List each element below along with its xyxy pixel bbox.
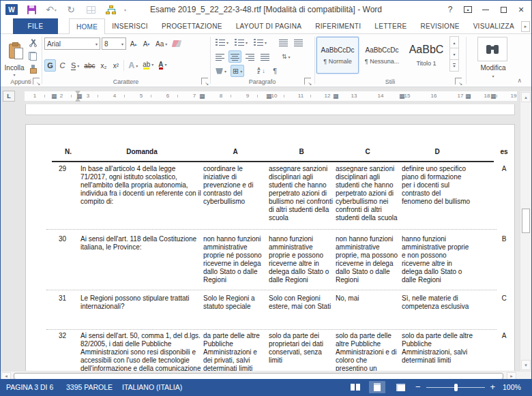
scroll-down-button[interactable]: ▾ — [521, 360, 531, 370]
table-column-marker-icon[interactable]: ▦ — [199, 93, 205, 100]
cell-answer-c[interactable]: assegnare sanzioni disciplinari agli stu… — [336, 165, 400, 222]
word-logo-icon[interactable]: W — [5, 3, 18, 16]
superscript-button[interactable]: x² — [110, 59, 121, 72]
line-spacing-button[interactable]: ⇅ — [280, 50, 293, 63]
copy-button[interactable] — [27, 50, 39, 61]
tab-inserisci[interactable]: INSERISCI — [105, 18, 155, 34]
cell-answer-d[interactable]: solo da parte delle altre Pubbliche Ammi… — [402, 332, 473, 365]
cell-question[interactable]: Ai sensi dell'art. 118 della Costituzion… — [80, 235, 203, 252]
table-column-marker-icon[interactable]: ▦ — [266, 93, 272, 100]
style-nessuna-spaziatura[interactable]: AaBbCcDc ¶ Nessuna... — [361, 37, 403, 74]
tab-stop-selector[interactable]: L — [3, 91, 15, 102]
grow-font-button[interactable]: A▴ — [128, 37, 139, 50]
org-chart-button[interactable] — [104, 3, 117, 16]
cell-answer-a[interactable]: non hanno funzioni amministrative propri… — [203, 235, 267, 284]
header-es[interactable]: es — [495, 148, 513, 156]
table-column-marker-icon[interactable]: ▦ — [490, 93, 497, 100]
change-case-button[interactable]: Aa — [153, 37, 169, 50]
clear-formatting-button[interactable] — [171, 37, 183, 50]
web-layout-button[interactable] — [392, 381, 409, 393]
header-b[interactable]: B — [269, 148, 334, 156]
redo-button[interactable]: ↻ — [64, 3, 78, 16]
font-name-combo[interactable]: Arial▾ — [44, 37, 100, 50]
cell-answer-a[interactable]: coordinare le iniziative di prevenzione … — [203, 165, 267, 206]
vertical-scrollbar[interactable]: ▴ ▾ — [520, 91, 531, 371]
word-count[interactable]: 3395 PAROLE — [66, 379, 113, 395]
sort-button[interactable]: AZ↓ — [255, 65, 267, 77]
vertical-scroll-thumb[interactable] — [522, 209, 530, 233]
table-column-marker-icon[interactable]: ▦ — [465, 93, 471, 100]
style-titolo-1[interactable]: AaBbC Titolo 1 — [405, 37, 447, 74]
cell-answer-a[interactable]: Solo le Regioni a statuto speciale — [203, 294, 267, 311]
strikethrough-button[interactable]: abc — [82, 59, 97, 72]
zoom-slider[interactable] — [426, 387, 485, 388]
bullets-button[interactable] — [213, 36, 231, 48]
cell-answer-d[interactable]: Sì, nelle materie di competenza esclusiv… — [402, 294, 473, 311]
cell-number[interactable]: 31 — [59, 294, 78, 303]
save-button[interactable] — [25, 3, 38, 16]
cell-number[interactable]: 30 — [59, 235, 78, 243]
cell-answer-c[interactable]: solo da parte delle altre Pubbliche Ammi… — [336, 332, 400, 371]
tab-scroll-right-button[interactable]: ▸ — [521, 21, 530, 32]
align-center-button[interactable] — [228, 50, 241, 63]
font-size-combo[interactable]: 8▾ — [102, 37, 126, 50]
header-domanda[interactable]: Domanda — [80, 148, 203, 156]
scroll-up-button[interactable]: ▴ — [521, 92, 531, 102]
cell-number[interactable]: 29 — [59, 165, 78, 173]
cell-answer-b[interactable]: solo da parte dei proprietari dei dati c… — [269, 332, 334, 365]
cell-answer-b[interactable]: Solo con Regioni estere, mai con Stati — [269, 294, 334, 311]
italic-button[interactable]: C — [57, 59, 68, 72]
numbering-button[interactable] — [233, 36, 250, 48]
styles-dialog-launcher[interactable]: ↘ — [455, 78, 462, 85]
shrink-font-button[interactable]: A▾ — [141, 37, 152, 50]
close-button[interactable]: × — [512, 1, 530, 18]
cell-answer-d[interactable]: definire uno specifico piano di formazio… — [402, 165, 473, 206]
table-column-marker-icon[interactable]: ▦ — [333, 93, 339, 100]
bold-button[interactable]: G — [44, 59, 56, 72]
shading-button[interactable] — [213, 65, 228, 77]
editing-group-label[interactable]: Modifica — [467, 64, 520, 72]
ribbon-display-options-button[interactable]: ▴ — [459, 1, 477, 18]
paragraph-dialog-launcher[interactable]: ↘ — [304, 78, 311, 85]
page-indicator[interactable]: PAGINA 3 DI 6 — [6, 379, 53, 395]
document-canvas[interactable]: N. Domanda A B C D es 29 In base all'art… — [1, 104, 531, 371]
undo-button[interactable]: ↶▾ — [44, 3, 58, 16]
language-indicator[interactable]: ITALIANO (ITALIA) — [122, 379, 182, 395]
cell-correct[interactable]: B — [495, 235, 513, 243]
find-button[interactable] — [477, 37, 507, 61]
table-tool-button[interactable] — [84, 3, 98, 16]
justify-button[interactable] — [258, 50, 271, 63]
cell-question[interactable]: In base all'articolo 4 della legge 71/20… — [80, 165, 203, 206]
text-effects-button[interactable]: A — [126, 59, 140, 72]
zoom-level[interactable]: 100% — [503, 379, 521, 395]
cell-answer-b[interactable]: assegnare sanzioni disciplinari agli stu… — [269, 165, 334, 222]
ruler[interactable]: 12345678910111213141516171819▦▦▦▦▦▦▦▦ — [25, 91, 517, 101]
collapse-ribbon-button[interactable]: ∧ — [517, 77, 522, 84]
tab-layout-di-pagina[interactable]: LAYOUT DI PAGINA — [229, 18, 309, 34]
zoom-in-button[interactable]: + — [490, 379, 496, 395]
tab-visualizza[interactable]: VISUALIZZA — [467, 18, 520, 34]
help-button[interactable]: ? — [441, 1, 459, 18]
table-column-marker-icon[interactable]: ▦ — [51, 93, 57, 100]
styles-scroll-down-button[interactable]: ▾ — [449, 48, 459, 60]
align-right-button[interactable] — [243, 50, 256, 63]
font-dialog-launcher[interactable]: ↘ — [201, 78, 208, 85]
cell-correct[interactable]: A — [495, 165, 513, 173]
minimize-button[interactable] — [477, 1, 494, 18]
table-column-marker-icon[interactable]: ▦ — [76, 93, 83, 100]
text-highlight-button[interactable]: ab — [141, 59, 156, 72]
tab-revisione[interactable]: REVISIONE — [413, 18, 466, 34]
cell-correct[interactable]: A — [495, 332, 513, 340]
cell-answer-c[interactable]: No, mai — [336, 294, 400, 303]
increase-indent-button[interactable] — [292, 36, 305, 48]
styles-more-button[interactable]: ▾ — [449, 59, 459, 72]
tab-file[interactable]: FILE — [13, 18, 58, 34]
tab-progettazione[interactable]: PROGETTAZIONE — [155, 18, 229, 34]
clipboard-dialog-launcher[interactable]: ↘ — [33, 78, 40, 85]
print-layout-button[interactable] — [369, 381, 385, 393]
font-color-button[interactable]: A — [156, 59, 168, 72]
borders-button[interactable]: ⊞ — [231, 65, 244, 77]
cell-question[interactable]: Le Regioni possono stipulare trattati in… — [80, 294, 203, 311]
header-c[interactable]: C — [336, 148, 400, 156]
header-n[interactable]: N. — [59, 148, 78, 156]
